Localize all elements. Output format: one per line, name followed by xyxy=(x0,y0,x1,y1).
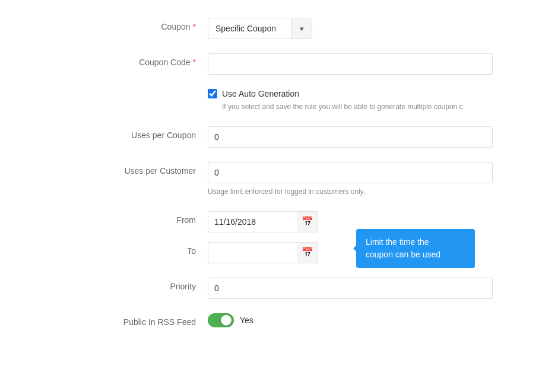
date-section: From 📅 To 📅 xyxy=(65,211,493,263)
coupon-select-wrap: Specific Coupon ▾ xyxy=(208,18,493,39)
from-label: From xyxy=(65,211,208,225)
from-calendar-button[interactable]: 📅 xyxy=(297,211,318,232)
uses-per-coupon-control-wrap xyxy=(208,126,493,148)
uses-per-customer-row: Uses per Customer Usage limit enforced f… xyxy=(65,162,493,197)
to-calendar-button[interactable]: 📅 xyxy=(297,242,318,263)
rss-feed-toggle-wrap: Yes xyxy=(208,313,493,327)
uses-per-coupon-row: Uses per Coupon xyxy=(65,126,493,148)
to-label: To xyxy=(65,242,208,256)
coupon-control-wrap: Specific Coupon ▾ xyxy=(208,18,493,39)
from-date-wrap: 📅 xyxy=(208,211,493,232)
uses-per-coupon-input[interactable] xyxy=(208,126,493,148)
rss-feed-control-wrap: Yes xyxy=(208,313,493,327)
to-control-wrap: 📅 xyxy=(208,242,493,263)
coupon-code-label-text: Coupon Code xyxy=(139,58,190,67)
priority-control-wrap xyxy=(208,278,493,299)
coupon-dropdown-button[interactable]: ▾ xyxy=(291,18,312,39)
priority-label: Priority xyxy=(65,278,208,291)
auto-generation-section: Use Auto Generation If you select and sa… xyxy=(208,89,493,112)
rss-feed-label: Public In RSS Feed xyxy=(65,313,208,327)
rss-feed-row: Public In RSS Feed Yes xyxy=(65,313,493,327)
coupon-code-input[interactable] xyxy=(208,53,493,75)
to-date-wrap: 📅 xyxy=(208,242,493,263)
priority-row: Priority xyxy=(65,278,493,299)
rss-feed-yes-label: Yes xyxy=(240,315,253,325)
coupon-code-row: Coupon Code* xyxy=(65,53,493,75)
to-date-input[interactable] xyxy=(208,242,297,263)
rss-feed-toggle[interactable] xyxy=(208,313,234,327)
toggle-thumb xyxy=(221,315,232,326)
coupon-code-label: Coupon Code* xyxy=(65,53,208,67)
coupon-label: Coupon* xyxy=(65,18,208,31)
from-row: From 📅 xyxy=(65,211,493,232)
auto-generation-checkbox-row: Use Auto Generation xyxy=(208,89,493,98)
auto-generation-checkbox[interactable] xyxy=(208,89,217,98)
from-control-wrap: 📅 xyxy=(208,211,493,232)
auto-generation-label-spacer xyxy=(65,89,208,93)
form-container: Coupon* Specific Coupon ▾ Coupon Code* xyxy=(42,0,516,359)
uses-per-customer-hint: Usage limit enforced for logged in custo… xyxy=(208,187,365,197)
coupon-row: Coupon* Specific Coupon ▾ xyxy=(65,18,493,39)
uses-per-customer-control-wrap xyxy=(208,162,493,183)
chevron-down-icon: ▾ xyxy=(300,24,304,33)
coupon-code-required-star: * xyxy=(193,58,196,67)
coupon-code-control-wrap xyxy=(208,53,493,75)
uses-per-customer-label: Uses per Customer xyxy=(65,162,208,183)
coupon-label-text: Coupon xyxy=(161,22,191,31)
from-date-input[interactable] xyxy=(208,211,297,232)
auto-generation-hint: If you select and save the rule you will… xyxy=(222,102,477,112)
coupon-select[interactable]: Specific Coupon xyxy=(208,18,291,39)
priority-input[interactable] xyxy=(208,278,493,299)
to-row: To 📅 xyxy=(65,242,493,263)
calendar-icon: 📅 xyxy=(302,216,313,227)
calendar-icon: 📅 xyxy=(302,247,313,258)
coupon-required-star: * xyxy=(193,22,196,31)
auto-generation-checkbox-label[interactable]: Use Auto Generation xyxy=(222,89,299,98)
uses-per-customer-input[interactable] xyxy=(208,162,493,183)
auto-generation-row: Use Auto Generation If you select and sa… xyxy=(65,89,493,112)
uses-per-coupon-label: Uses per Coupon xyxy=(65,126,208,140)
